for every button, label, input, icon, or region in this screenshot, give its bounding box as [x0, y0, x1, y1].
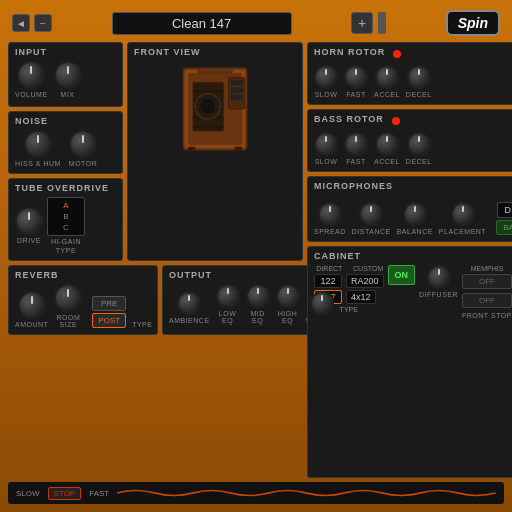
selector-c[interactable]: C: [50, 222, 82, 233]
placement-knob[interactable]: [451, 202, 475, 226]
memphis-section: MEMPHIS OFF OFF FRONT STOP: [462, 265, 512, 319]
horn-title: HORN ROTOR: [314, 47, 385, 57]
back-button[interactable]: BACK: [496, 220, 512, 235]
bass-fast-knob[interactable]: [344, 132, 368, 156]
bass-rotor-panel: BASS ROTOR SLOW FAST ACCEL: [307, 109, 512, 172]
horn-slow-group: SLOW: [314, 65, 338, 98]
mic-title: MICROPHONES: [314, 181, 512, 191]
slow-speed-label: SLOW: [16, 489, 40, 498]
svg-point-9: [201, 99, 215, 113]
noise-title: NOISE: [15, 116, 116, 126]
loweq-knob[interactable]: [216, 284, 240, 308]
horn-rotor-panel: HORN ROTOR SLOW FAST ACCEL: [307, 42, 512, 105]
loweq-label: LOW EQ: [216, 310, 240, 324]
post-button[interactable]: POST: [92, 313, 126, 328]
cabinet-grid: DIRECT CUSTOM 122 RA200 147 4x12 TYPE: [314, 265, 512, 319]
selector-a[interactable]: A: [50, 200, 82, 211]
bass-accel-group: ACCEL: [374, 132, 400, 165]
drive-group: DRIVE: [15, 207, 43, 244]
diffuser-knob[interactable]: [427, 265, 451, 289]
direct-val1[interactable]: 122: [314, 274, 342, 288]
motor-group: MOTOR: [69, 130, 97, 167]
spread-knob[interactable]: [318, 202, 342, 226]
svg-rect-11: [230, 80, 243, 85]
menu-dots[interactable]: [378, 12, 386, 34]
microphones-panel: MICROPHONES SPREAD DISTANCE BALANCE: [307, 176, 512, 242]
cabinet-svg: [175, 64, 255, 154]
svg-rect-14: [197, 69, 233, 74]
svg-rect-13: [230, 94, 243, 99]
horn-slow-knob[interactable]: [314, 65, 338, 89]
input-title: INPUT: [15, 47, 116, 57]
cabinet-image: [134, 61, 296, 156]
mideq-group: MID EQ: [246, 284, 270, 324]
cabinet-panel: CABINET DIRECT CUSTOM 122 RA200 147: [307, 246, 512, 478]
bass-fast-label: FAST: [346, 158, 366, 165]
motor-knob[interactable]: [69, 130, 97, 158]
horn-decel-label: DECEL: [406, 91, 432, 98]
ambience-knob[interactable]: [177, 291, 201, 315]
bass-accel-label: ACCEL: [374, 158, 400, 165]
custom-val2[interactable]: 4x12: [346, 290, 376, 304]
horn-slow-label: SLOW: [315, 91, 338, 98]
speed-wave: [117, 486, 496, 500]
horn-knobs: SLOW FAST ACCEL DECEL: [314, 65, 512, 98]
reverb-type-label: TYPE: [132, 321, 152, 328]
bass-accel-knob[interactable]: [375, 132, 399, 156]
custom-label: CUSTOM: [353, 265, 384, 272]
out-volume-knob[interactable]: [310, 291, 334, 315]
stop-button[interactable]: STOP: [48, 487, 82, 500]
custom-val1[interactable]: RA200: [346, 274, 384, 288]
add-button[interactable]: +: [351, 12, 373, 34]
loweq-group: LOW EQ: [216, 284, 240, 324]
memphis-off2[interactable]: OFF: [462, 293, 512, 308]
horn-accel-label: ACCEL: [374, 91, 400, 98]
prev-button[interactable]: ◄: [12, 14, 30, 32]
fast-speed-label: FAST: [89, 489, 109, 498]
tube-overdrive-panel: TUBE OVERDRIVE DRIVE A B C: [8, 178, 123, 261]
type-label-tube: TYPE: [56, 247, 76, 254]
amount-knob[interactable]: [18, 291, 46, 319]
cabinet-title: CABINET: [314, 251, 512, 261]
distance-label: DISTANCE: [352, 228, 391, 235]
memphis-off1[interactable]: OFF: [462, 274, 512, 289]
hiss-group: HISS & HUM: [15, 130, 61, 167]
mix-knob[interactable]: [54, 61, 82, 89]
drive-knob[interactable]: [15, 207, 43, 235]
horn-decel-knob[interactable]: [407, 65, 431, 89]
bass-title: BASS ROTOR: [314, 114, 384, 124]
volume-knob[interactable]: [17, 61, 45, 89]
bottom-bar: SLOW STOP FAST: [8, 482, 504, 504]
balance-knob[interactable]: [403, 202, 427, 226]
volume-label: VOLUME: [15, 91, 48, 98]
mic-type-section: TYPE D / D BACK: [496, 195, 512, 235]
bass-title-row: BASS ROTOR: [314, 114, 512, 128]
ambience-group: AMBIENCE: [169, 291, 210, 324]
preset-name[interactable]: Clean 147: [112, 12, 292, 35]
roomsize-knob[interactable]: [54, 284, 82, 312]
bass-decel-label: DECEL: [406, 158, 432, 165]
tube-title: TUBE OVERDRIVE: [15, 183, 116, 193]
mideq-knob[interactable]: [246, 284, 270, 308]
small-left-panels: INPUT VOLUME MIX: [8, 42, 123, 261]
minus-button[interactable]: −: [34, 14, 52, 32]
input-panel: INPUT VOLUME MIX: [8, 42, 123, 107]
hiss-knob[interactable]: [24, 130, 52, 158]
horn-accel-knob[interactable]: [375, 65, 399, 89]
higheq-knob[interactable]: [276, 284, 300, 308]
selector-b[interactable]: B: [50, 211, 82, 222]
horn-fast-knob[interactable]: [344, 65, 368, 89]
mic-type-value[interactable]: D / D: [497, 202, 512, 218]
diffuser-group: DIFFUSER: [419, 265, 458, 298]
dc-row1: 122 RA200: [314, 274, 384, 288]
ambience-label: AMBIENCE: [169, 317, 210, 324]
on-button[interactable]: ON: [388, 265, 416, 285]
spread-group: SPREAD: [314, 202, 346, 235]
type-selector[interactable]: A B C: [47, 197, 85, 236]
bass-decel-knob[interactable]: [407, 132, 431, 156]
bass-slow-knob[interactable]: [314, 132, 338, 156]
pre-button[interactable]: PRE: [92, 296, 126, 311]
distance-knob[interactable]: [359, 202, 383, 226]
input-knobs: VOLUME MIX: [15, 61, 116, 100]
bass-decel-group: DECEL: [406, 132, 432, 165]
